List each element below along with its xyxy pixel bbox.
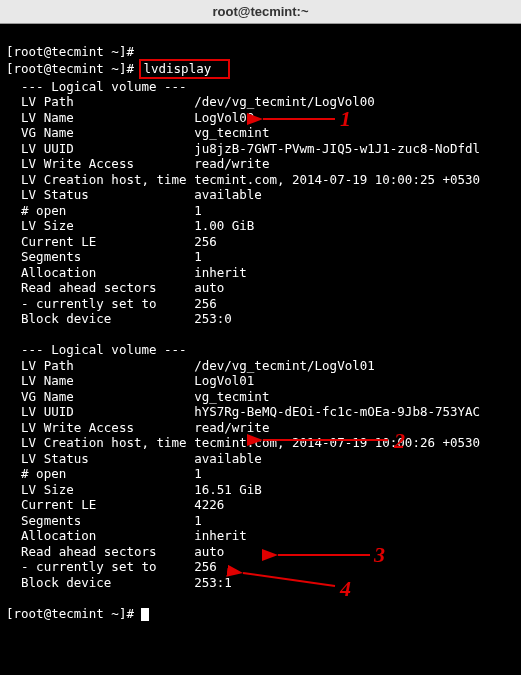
lv1-writeaccess-label: LV Write Access — [6, 156, 187, 171]
lv2-open-value: 1 — [187, 466, 202, 481]
prompt-path: ~ — [104, 44, 119, 59]
lv2-status-value: available — [187, 451, 262, 466]
lv1-writeaccess-value: read/write — [187, 156, 270, 171]
lv1-le-label: Current LE — [6, 234, 187, 249]
annotation-number-3: 3 — [374, 542, 385, 568]
lv2-readahead-label: Read ahead sectors — [6, 544, 187, 559]
lv2-currentlyset-value: 256 — [187, 559, 217, 574]
lv1-vg-label: VG Name — [6, 125, 187, 140]
lv1-blockdevice-value: 253:0 — [187, 311, 232, 326]
window-titlebar: root@tecmint:~ — [0, 0, 521, 24]
lv2-currentlyset-label: - currently set to — [6, 559, 187, 574]
prompt-line-3: [root@tecmint ~]# — [6, 606, 141, 621]
lv2-allocation-value: inherit — [187, 528, 247, 543]
lv2-allocation-label: Allocation — [6, 528, 187, 543]
lv1-size-label: LV Size — [6, 218, 187, 233]
lv2-blockdevice-value: 253:1 — [187, 575, 232, 590]
prompt-user: root@tecmint — [14, 44, 104, 59]
lv1-allocation-value: inherit — [187, 265, 247, 280]
window-title: root@tecmint:~ — [212, 4, 308, 19]
prompt-path: ~ — [104, 61, 119, 76]
annotation-number-2: 2 — [394, 428, 405, 454]
lv2-path-value: /dev/vg_tecmint/LogVol01 — [187, 358, 375, 373]
lv1-name-value: LogVol00 — [187, 110, 255, 125]
lv1-segments-value: 1 — [187, 249, 202, 264]
prompt-path: ~ — [104, 606, 119, 621]
lv1-open-label: # open — [6, 203, 187, 218]
lv2-le-value: 4226 — [187, 497, 225, 512]
lv2-name-label: LV Name — [6, 373, 187, 388]
lv2-readahead-value: auto — [187, 544, 225, 559]
lv2-size-value: 16.51 GiB — [187, 482, 262, 497]
lv1-readahead-label: Read ahead sectors — [6, 280, 187, 295]
lv1-uuid-label: LV UUID — [6, 141, 187, 156]
lv2-writeaccess-label: LV Write Access — [6, 420, 187, 435]
lv1-path-label: LV Path — [6, 94, 187, 109]
lv2-vg-value: vg_tecmint — [187, 389, 270, 404]
lv1-creation-value: tecmint.com, 2014-07-19 10:00:25 +0530 — [187, 172, 481, 187]
prompt-suffix: ]# — [119, 44, 134, 59]
lv1-size-value: 1.00 GiB — [187, 218, 255, 233]
lv2-segments-label: Segments — [6, 513, 187, 528]
lv1-name-label: LV Name — [6, 110, 187, 125]
blank-line — [6, 327, 29, 342]
lv1-readahead-value: auto — [187, 280, 225, 295]
lv2-segments-value: 1 — [187, 513, 202, 528]
lv2-status-label: LV Status — [6, 451, 187, 466]
lv2-header: --- Logical volume --- — [6, 342, 187, 357]
prompt-suffix: ]# — [119, 606, 142, 621]
lv2-uuid-label: LV UUID — [6, 404, 187, 419]
annotation-number-1: 1 — [340, 106, 351, 132]
lv1-uuid-value: ju8jzB-7GWT-PVwm-JIQ5-w1J1-zuc8-NoDfdl — [187, 141, 481, 156]
lv1-status-value: available — [187, 187, 262, 202]
lv2-writeaccess-value: read/write — [187, 420, 270, 435]
terminal-area[interactable]: [root@tecmint ~]# [root@tecmint ~]# lvdi… — [0, 24, 521, 625]
lv2-le-label: Current LE — [6, 497, 187, 512]
lv2-size-label: LV Size — [6, 482, 187, 497]
prompt-line-2: [root@tecmint ~]# — [6, 61, 141, 76]
lv1-allocation-label: Allocation — [6, 265, 187, 280]
blank-line-2 — [6, 590, 29, 605]
lv1-segments-label: Segments — [6, 249, 187, 264]
prompt-user: root@tecmint — [14, 61, 104, 76]
lv2-path-label: LV Path — [6, 358, 187, 373]
command-text: lvdisplay — [143, 61, 211, 76]
lv1-header: --- Logical volume --- — [6, 79, 187, 94]
lv2-creation-value: tecmint.com, 2014-07-19 10:00:26 +0530 — [187, 435, 481, 450]
annotation-number-4: 4 — [340, 576, 351, 602]
lv2-creation-label: LV Creation host, time — [6, 435, 187, 450]
lv1-le-value: 256 — [187, 234, 217, 249]
lv1-status-label: LV Status — [6, 187, 187, 202]
lv2-uuid-value: hYS7Rg-BeMQ-dEOi-fc1c-mOEa-9Jb8-753YAC — [187, 404, 481, 419]
lv2-open-label: # open — [6, 466, 187, 481]
lv1-open-value: 1 — [187, 203, 202, 218]
lv1-vg-value: vg_tecmint — [187, 125, 270, 140]
lv2-vg-label: VG Name — [6, 389, 187, 404]
prompt-line-1: [root@tecmint ~]# — [6, 44, 134, 59]
lv1-creation-label: LV Creation host, time — [6, 172, 187, 187]
lv1-currentlyset-value: 256 — [187, 296, 217, 311]
lv1-blockdevice-label: Block device — [6, 311, 187, 326]
prompt-suffix: ]# — [119, 61, 142, 76]
lv2-blockdevice-label: Block device — [6, 575, 187, 590]
cursor-block — [141, 608, 149, 621]
command-highlight-box: lvdisplay — [139, 59, 230, 79]
lv2-name-value: LogVol01 — [187, 373, 255, 388]
lv1-currentlyset-label: - currently set to — [6, 296, 187, 311]
prompt-user: root@tecmint — [14, 606, 104, 621]
